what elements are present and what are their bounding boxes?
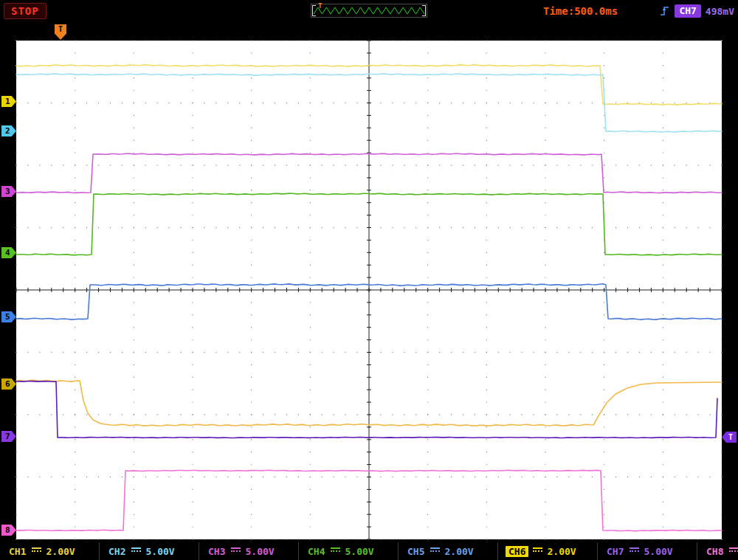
marker-layer: T T 12345678: [0, 0, 738, 560]
timebase-readout[interactable]: Time:500.0ms: [543, 5, 618, 17]
channel-scale: 5.00V: [644, 546, 672, 557]
dc-coupling-icon: [430, 547, 440, 555]
preview-trigger-marker: T: [318, 3, 322, 10]
channel-scale: 5.00V: [145, 546, 174, 557]
channel-status-bar: CH1 2.00V CH2 5.00V CH3 5.00V CH4 5.00V …: [0, 542, 738, 560]
trigger-edge-icon: [659, 4, 670, 18]
channel-scale: 2.00V: [46, 546, 75, 557]
trigger-readout[interactable]: CH7 498mV: [659, 3, 734, 19]
dc-coupling-icon: [131, 547, 141, 555]
channel-3-offset-marker[interactable]: 3: [1, 186, 16, 197]
top-bar: STOP T Time:500.0ms CH7 498mV: [0, 0, 738, 22]
oscilloscope-screen: T T 12345678 STOP T Time:500.0ms CH7 498…: [0, 0, 738, 560]
channel-5-offset-marker[interactable]: 5: [1, 311, 16, 322]
channel-6-offset-marker[interactable]: 6: [1, 378, 16, 390]
channel-readout-ch1[interactable]: CH1 2.00V: [0, 542, 100, 560]
channel-readout-ch2[interactable]: CH2 5.00V: [100, 542, 199, 560]
channel-readout-ch7[interactable]: CH7 5.00V: [598, 542, 697, 560]
trigger-level-readout: 498mV: [706, 6, 734, 17]
channel-label: CH4: [306, 546, 326, 557]
channel-readout-ch6[interactable]: CH6 2.00V: [498, 542, 598, 560]
channel-scale: 5.00V: [345, 546, 373, 557]
dc-coupling-icon: [533, 547, 542, 555]
dc-coupling-icon: [32, 547, 41, 555]
channel-label: CH1: [7, 546, 27, 557]
trigger-source-badge: CH7: [675, 4, 700, 18]
dc-coupling-icon: [729, 547, 738, 555]
channel-readout-ch8[interactable]: CH8: [697, 542, 738, 560]
channel-label: CH8: [705, 546, 725, 557]
trigger-position-preview[interactable]: T: [311, 4, 427, 18]
channel-scale: 2.00V: [444, 546, 473, 557]
run-state-badge[interactable]: STOP: [4, 3, 46, 19]
channel-label: CH5: [406, 546, 426, 557]
channel-scale: 5.00V: [245, 546, 274, 557]
dc-coupling-icon: [331, 547, 340, 555]
channel-readout-ch5[interactable]: CH5 2.00V: [399, 542, 498, 560]
channel-label: CH2: [107, 546, 127, 557]
channel-2-offset-marker[interactable]: 2: [1, 125, 16, 136]
preview-waveform: [311, 4, 427, 17]
dc-coupling-icon: [231, 547, 241, 555]
channel-label: CH3: [207, 546, 227, 557]
channel-readout-ch4[interactable]: CH4 5.00V: [299, 542, 399, 560]
channel-label: CH6: [506, 546, 528, 557]
channel-1-offset-marker[interactable]: 1: [1, 96, 16, 107]
channel-scale: 2.00V: [547, 546, 576, 557]
channel-label: CH7: [605, 546, 625, 557]
trigger-level-marker[interactable]: T: [722, 432, 737, 443]
channel-readout-ch3[interactable]: CH3 5.00V: [199, 542, 299, 560]
waveform-graticule: [0, 0, 738, 560]
trigger-position-marker[interactable]: T: [55, 24, 66, 40]
channel-4-offset-marker[interactable]: 4: [1, 247, 16, 258]
channel-8-offset-marker[interactable]: 8: [1, 525, 16, 536]
channel-7-offset-marker[interactable]: 7: [1, 431, 16, 442]
dc-coupling-icon: [630, 547, 639, 555]
